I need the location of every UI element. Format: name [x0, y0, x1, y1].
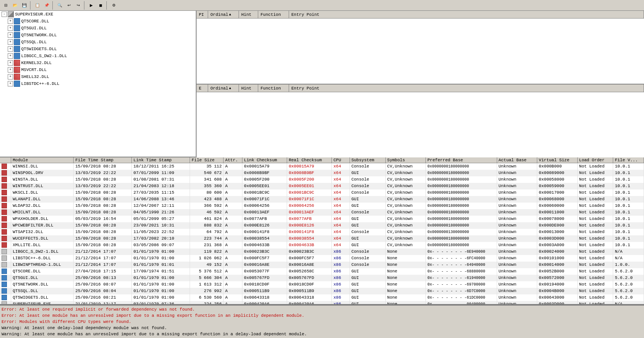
toolbar-btn-redo[interactable]: ↪: [74, 1, 82, 10]
tree-toggle-3[interactable]: +: [8, 39, 13, 45]
module-row-5[interactable]: WLANAPI.DLL 15/09/2018 08:28 14/06/2088 …: [0, 196, 644, 203]
tree-toggle-8[interactable]: +: [8, 74, 13, 79]
th-real-checksum[interactable]: Real Checksum: [287, 157, 332, 163]
module-row-7[interactable]: WMICLNT.DLL 15/09/2018 08:28 04/05/1990 …: [0, 209, 644, 216]
tree-child-4[interactable]: +QT5WIDGETS.DLL: [0, 46, 196, 52]
module-row-2[interactable]: WINSTA.DLL 15/09/2018 08:28 01/08/2081 0…: [0, 176, 644, 183]
tree-child-8[interactable]: +SHELL32.DLL: [0, 73, 196, 80]
tree-toggle-root[interactable]: -: [2, 12, 7, 17]
th-preferred-base[interactable]: Preferred Base: [426, 157, 497, 163]
module-row-1[interactable]: WINSPOOL.DRV 13/03/2019 22:22 07/01/2099…: [0, 170, 644, 176]
tree-toggle-9[interactable]: +: [8, 81, 13, 86]
module-row-3[interactable]: WINTRUST.DLL 13/03/2019 22:22 21/04/2083…: [0, 183, 644, 189]
th-entrypoint-import[interactable]: Entry Point: [289, 11, 644, 18]
th-e[interactable]: E: [197, 84, 208, 92]
cell-subsystem-6: GUI: [350, 203, 385, 209]
th-entrypoint-export[interactable]: Entry Point: [289, 84, 644, 92]
module-row-16[interactable]: QT5CORE.DLL 27/04/2018 17:15 17/09/1974 …: [0, 268, 644, 275]
cell-file-size-21: 224 256: [190, 301, 224, 305]
module-row-11[interactable]: WUCEFFECTS.DLL 15/09/2018 08:28 17/03/20…: [0, 235, 644, 242]
tree-child-2[interactable]: +QT5NETWORK.DLL: [0, 32, 196, 39]
toolbar-btn-paste[interactable]: 📌: [42, 1, 51, 10]
th-actual-base[interactable]: Actual Base: [497, 157, 537, 163]
toolbar-btn-new[interactable]: ⊟: [2, 1, 10, 10]
tree-child-3[interactable]: +QT5SQL.DLL: [0, 39, 196, 46]
tree-toggle-1[interactable]: +: [8, 25, 13, 31]
cell-module-16: QT5CORE.DLL: [11, 268, 74, 275]
cell-link-check-8: 0x0077AFB: [242, 216, 287, 222]
tree-child-0[interactable]: +QT5CORE.DLL: [0, 18, 196, 25]
module-row-18[interactable]: QT5NETWORK.DLL 25/09/2016 08:07 01/01/19…: [0, 281, 644, 288]
module-row-9[interactable]: WPCWEBFILTER.DLL 15/09/2018 08:28 23/09/…: [0, 222, 644, 229]
tree-toggle-5[interactable]: +: [8, 53, 13, 59]
th-ordinal-export[interactable]: Ordinal ▲: [208, 84, 239, 92]
toolbar-btn-copy[interactable]: 📋: [33, 1, 42, 10]
tree-child-5[interactable]: +LIBGCC_S_DW2-1.DLL: [0, 52, 196, 59]
th-cpu[interactable]: CPU: [332, 157, 350, 163]
module-row-14[interactable]: LIBSTDC++-6.DLL 21/12/2014 17:07 01/01/1…: [0, 255, 644, 262]
module-row-0[interactable]: WINNSI.DLL 15/09/2018 08:28 18/12/2011 1…: [0, 163, 644, 170]
th-row-icon[interactable]: [0, 157, 11, 163]
th-ordinal-import[interactable]: Ordinal ▲: [208, 11, 239, 18]
th-file-size[interactable]: File Size: [190, 157, 224, 163]
toolbar-btn-stop[interactable]: ◼: [96, 1, 105, 10]
tree-child-6[interactable]: +KERNEL32.DLL: [0, 59, 196, 66]
toolbar-btn-search[interactable]: 🔍: [55, 1, 64, 10]
toolbar-btn-save[interactable]: 💾: [20, 1, 29, 10]
th-symbols[interactable]: Symbols: [385, 157, 425, 163]
th-virtual-size[interactable]: Virtual Size: [537, 157, 577, 163]
tree-toggle-6[interactable]: +: [8, 60, 13, 66]
cell-file-time-18: 25/09/2016 08:07: [74, 281, 132, 288]
module-row-10[interactable]: WTSAPI32.DLL 15/09/2018 08:28 11/05/2023…: [0, 229, 644, 235]
cell-file-time-13: 21/12/2014 17:07: [74, 248, 132, 255]
th-module[interactable]: Module: [11, 157, 74, 163]
cell-file-v-3: 10.0.1: [613, 183, 644, 189]
tree-toggle-0[interactable]: +: [8, 19, 13, 24]
tree-child-9[interactable]: +LIBSTDC++-6.DLL: [0, 80, 196, 87]
cell-real-check-19: 0x000511B9: [287, 288, 332, 294]
th-link-time[interactable]: Link Time Stamp: [132, 157, 190, 163]
cell-file-size-0: 35 112: [190, 163, 224, 170]
tree-child-7[interactable]: +MSVCRT.DLL: [0, 66, 196, 73]
cell-real-check-14: 0x000FC5F7: [287, 255, 332, 262]
th-hint-import[interactable]: Hint: [239, 11, 258, 18]
cell-icon-14: [0, 255, 11, 262]
module-row-12[interactable]: XMLLITE.DLL 15/09/2018 08:28 03/05/2086 …: [0, 242, 644, 248]
th-file-time[interactable]: File Time Stamp: [74, 157, 132, 163]
tree-child-1[interactable]: +QT5GUI.DLL: [0, 25, 196, 32]
row-icon-3: [2, 183, 7, 189]
module-row-13[interactable]: LIBGCC_S_DW2-1.DLL 21/12/2014 17:07 01/0…: [0, 248, 644, 255]
cell-symbols-3: CV,Unknown: [385, 183, 425, 189]
module-row-20[interactable]: QT5WIDGETS.DLL 25/09/2016 08:21 01/01/19…: [0, 294, 644, 301]
th-function-import[interactable]: Function: [258, 11, 289, 18]
toolbar-btn-options[interactable]: ⚙: [109, 1, 118, 10]
tree-toggle-4[interactable]: +: [8, 46, 13, 52]
th-link-checksum[interactable]: Link Checksum: [242, 157, 287, 163]
th-load-order[interactable]: Load Order: [577, 157, 613, 163]
cell-link-check-16: 0x0053077F: [242, 268, 287, 275]
module-row-6[interactable]: WLDAP32.DLL 15/09/2018 08:28 12/04/2067 …: [0, 203, 644, 209]
th-attr[interactable]: Attr.: [224, 157, 242, 163]
module-row-21[interactable]: SUPERVISEUR.EXE 21/01/2019 12:17 03/01/1…: [0, 301, 644, 305]
th-subsystem[interactable]: Subsystem: [350, 157, 385, 163]
module-row-4[interactable]: WKSCLI.DLL 15/09/2018 08:28 27/03/2035 1…: [0, 189, 644, 196]
module-row-8[interactable]: WPAXHOLDER.DLL 05/03/2019 16:54 05/01/20…: [0, 216, 644, 222]
th-function-export[interactable]: Function: [258, 84, 289, 92]
cell-actual-base-11: Unknown: [497, 235, 537, 242]
toolbar-btn-run[interactable]: ▶: [87, 1, 96, 10]
cell-link-check-19: 0x000511B9: [242, 288, 287, 294]
cell-real-check-17: 0x005767FD: [287, 275, 332, 281]
tree-toggle-2[interactable]: +: [8, 32, 13, 38]
th-hint-export[interactable]: Hint: [239, 84, 258, 92]
cell-subsystem-7: Console: [350, 209, 385, 216]
toolbar-btn-undo[interactable]: ↩: [65, 1, 73, 10]
tree-label-2: QT5NETWORK.DLL: [21, 33, 57, 37]
tree-toggle-7[interactable]: +: [8, 67, 13, 73]
th-pi[interactable]: PI: [197, 11, 208, 18]
toolbar-btn-open[interactable]: 📂: [11, 1, 19, 10]
th-file-v[interactable]: File V...: [613, 157, 644, 163]
module-row-15[interactable]: LIBWINPTHREAD-1.DLL 21/12/2014 17:07 01/…: [0, 262, 644, 268]
module-row-19[interactable]: QT5SQL.DLL 25/09/2016 08:04 01/01/1970 0…: [0, 288, 644, 294]
module-row-17[interactable]: QT5GUI.DLL 25/09/2016 08:13 01/01/1970 0…: [0, 275, 644, 281]
tree-root[interactable]: - SUPERVISEUR.EXE: [0, 11, 196, 18]
